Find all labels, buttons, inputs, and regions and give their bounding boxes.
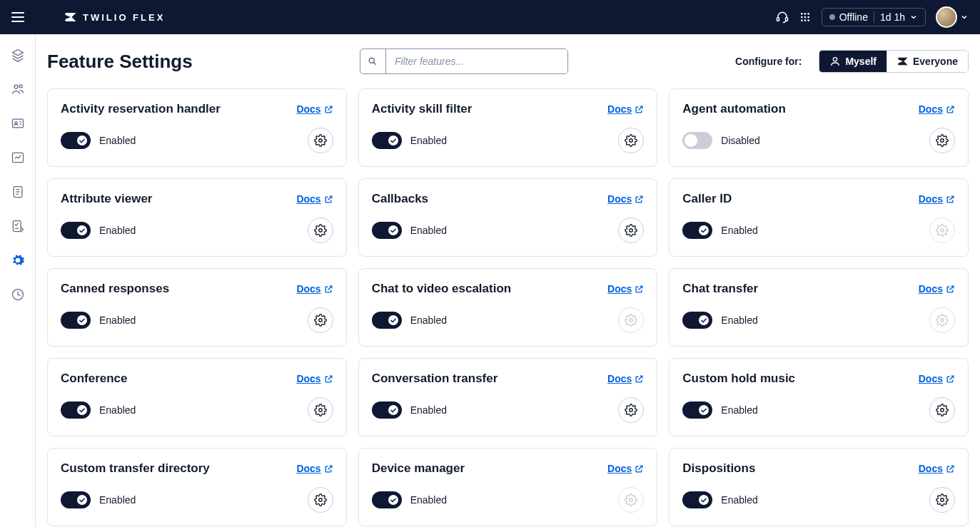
feature-card: CallbacksDocsEnabled: [358, 178, 658, 257]
feature-card: Attribute viewerDocsEnabled: [47, 178, 347, 257]
brand-text: TWILIO FLEX: [83, 12, 165, 23]
feature-toggle[interactable]: [372, 401, 402, 419]
docs-link[interactable]: Docs: [919, 373, 955, 384]
svg-point-9: [804, 19, 806, 21]
user-menu[interactable]: [936, 6, 969, 28]
external-link-icon: [635, 105, 644, 114]
feature-toggle[interactable]: [61, 491, 91, 508]
rail-item-people[interactable]: [10, 81, 26, 97]
feature-settings-button[interactable]: [308, 218, 333, 243]
feature-settings-button[interactable]: [308, 307, 333, 333]
feature-toggle[interactable]: [372, 222, 402, 239]
docs-link[interactable]: Docs: [919, 103, 955, 115]
status-dot-icon: [829, 14, 835, 20]
feature-toggle[interactable]: [682, 401, 712, 419]
feature-card: Custom hold musicDocsEnabled: [669, 358, 969, 436]
feature-toggle[interactable]: [372, 132, 402, 149]
feature-settings-button: [929, 218, 955, 243]
svg-point-10: [807, 19, 809, 21]
docs-link[interactable]: Docs: [919, 283, 955, 295]
external-link-icon: [324, 464, 333, 474]
feature-card: Activity reservation handlerDocsEnabled: [47, 88, 347, 167]
rail-item-history[interactable]: [10, 287, 26, 302]
docs-link[interactable]: Docs: [296, 373, 333, 384]
feature-toggle[interactable]: [682, 312, 712, 329]
rail-item-chart[interactable]: [10, 150, 26, 165]
svg-rect-22: [13, 221, 21, 232]
twilio-flex-logo-icon: [64, 11, 77, 24]
feature-settings-button[interactable]: [929, 128, 955, 153]
feature-settings-button[interactable]: [929, 397, 955, 423]
docs-link[interactable]: Docs: [607, 283, 644, 295]
feature-toggle[interactable]: [682, 132, 712, 149]
external-link-icon: [635, 374, 644, 384]
docs-link[interactable]: Docs: [607, 193, 644, 205]
rail-item-layers[interactable]: [10, 47, 26, 63]
search-input[interactable]: [386, 49, 567, 73]
toggle-state-label: Enabled: [99, 314, 136, 326]
external-link-icon: [324, 285, 333, 294]
feature-toggle[interactable]: [682, 491, 712, 508]
feature-settings-button[interactable]: [308, 487, 333, 513]
toggle-knob: [697, 404, 710, 416]
scope-myself-button[interactable]: Myself: [819, 51, 886, 72]
docs-link[interactable]: Docs: [296, 463, 333, 474]
search-icon[interactable]: [360, 49, 386, 73]
feature-toggle[interactable]: [61, 222, 91, 239]
svg-point-31: [318, 229, 322, 232]
external-link-icon: [635, 464, 644, 474]
docs-link[interactable]: Docs: [919, 463, 955, 474]
rail-item-settings[interactable]: [10, 252, 26, 268]
toggle-knob: [387, 314, 400, 327]
headset-icon[interactable]: [776, 11, 789, 24]
feature-card: DispositionsDocsEnabled: [669, 448, 969, 526]
feature-settings-button[interactable]: [618, 128, 644, 153]
scope-everyone-button[interactable]: Everyone: [886, 51, 968, 72]
feature-toggle[interactable]: [372, 312, 402, 329]
docs-link[interactable]: Docs: [296, 193, 333, 205]
svg-point-12: [19, 85, 22, 88]
feature-card: Chat transferDocsEnabled: [669, 268, 969, 347]
toggle-state-label: Disabled: [721, 135, 759, 146]
toggle-state-label: Enabled: [99, 494, 136, 506]
presence-status-selector[interactable]: Offline 1d 1h: [822, 8, 926, 26]
docs-link[interactable]: Docs: [296, 283, 333, 295]
rail-item-tablet[interactable]: [10, 184, 26, 200]
feature-settings-button[interactable]: [618, 218, 644, 243]
toggle-state-label: Enabled: [721, 404, 757, 416]
feature-settings-button[interactable]: [308, 128, 333, 153]
svg-point-25: [370, 58, 375, 63]
feature-title: Activity reservation handler: [61, 102, 221, 116]
feature-toggle[interactable]: [61, 312, 91, 329]
toggle-state-label: Enabled: [99, 225, 136, 236]
feature-title: Conversation transfer: [372, 372, 498, 386]
feature-title: Chat transfer: [682, 282, 758, 296]
toggle-state-label: Enabled: [410, 225, 447, 236]
main-content: Feature Settings Configure for: Myself E…: [36, 34, 980, 527]
docs-link[interactable]: Docs: [607, 463, 644, 474]
feature-settings-button[interactable]: [308, 397, 333, 423]
apps-grid-icon[interactable]: [799, 11, 812, 24]
feature-card: Conversation transferDocsEnabled: [358, 358, 658, 436]
external-link-icon: [946, 464, 955, 474]
toggle-knob: [76, 134, 89, 147]
feature-toggle[interactable]: [61, 401, 91, 419]
feature-toggle[interactable]: [61, 132, 91, 149]
docs-link[interactable]: Docs: [919, 193, 955, 205]
feature-settings-button[interactable]: [618, 397, 644, 423]
feature-settings-button[interactable]: [929, 487, 955, 513]
rail-item-id-card[interactable]: [10, 116, 26, 131]
rail-item-checklist[interactable]: [10, 218, 26, 234]
feature-toggle[interactable]: [372, 491, 402, 508]
docs-link[interactable]: Docs: [607, 103, 644, 115]
feature-title: Dispositions: [682, 461, 755, 476]
external-link-icon: [635, 285, 644, 294]
toggle-knob: [685, 134, 697, 147]
configure-scope-toggle: Myself Everyone: [819, 50, 969, 73]
feature-toggle[interactable]: [682, 222, 712, 239]
hamburger-menu-icon[interactable]: [11, 11, 24, 24]
svg-point-6: [804, 16, 806, 19]
svg-point-5: [801, 16, 803, 19]
docs-link[interactable]: Docs: [296, 103, 333, 115]
docs-link[interactable]: Docs: [607, 373, 644, 384]
